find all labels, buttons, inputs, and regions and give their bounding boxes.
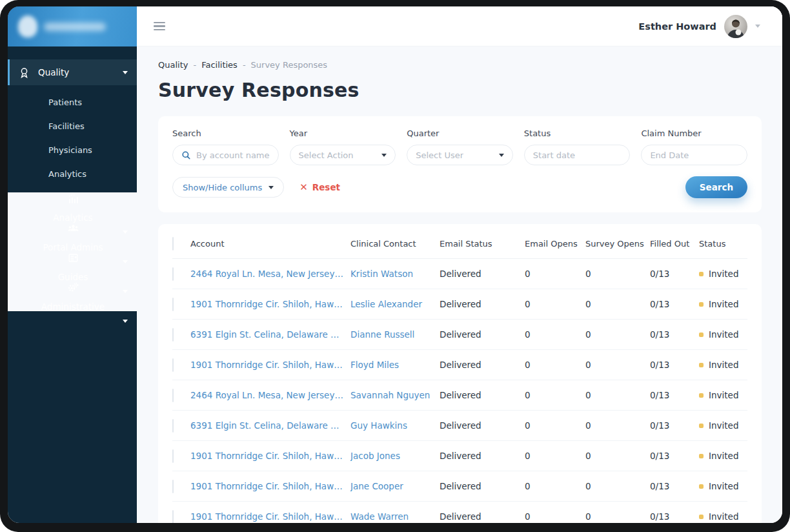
status-invited-dot: [699, 515, 704, 519]
quarter-select[interactable]: Select User: [407, 145, 513, 165]
sidebar-subitem-label: Facilities: [48, 121, 85, 131]
filled-out-cell: 0/13: [650, 451, 699, 461]
row-checkbox[interactable]: [172, 328, 174, 342]
row-checkbox[interactable]: [172, 298, 174, 311]
search-field-label: Search: [172, 128, 279, 138]
sidebar-item-guides[interactable]: Guides: [8, 252, 137, 281]
clinical-contact-link[interactable]: Kristin Watson: [350, 269, 440, 279]
sidebar-item-administrative[interactable]: Administrative: [8, 281, 137, 311]
bar-chart-icon: [67, 192, 79, 205]
account-link[interactable]: 2464 Royal Ln. Mesa, New Jersey 45463: [190, 269, 350, 279]
breadcrumb: Quality - Facilities - Survey Responses: [158, 60, 762, 70]
select-all-checkbox[interactable]: [172, 237, 174, 251]
sidebar-item-label: Analytics: [53, 212, 92, 223]
table-row: 2464 Royal Ln. Mesa, New Jersey 45463 Kr…: [172, 259, 747, 289]
end-date-input-wrap: [641, 145, 747, 165]
row-checkbox[interactable]: [172, 510, 174, 524]
sidebar-item-analytics[interactable]: Analytics: [8, 192, 137, 222]
filled-out-cell: 0/13: [650, 329, 699, 340]
email-opens-cell: 0: [525, 420, 585, 431]
row-checkbox[interactable]: [172, 389, 174, 402]
account-link[interactable]: 1901 Thornridge Cir. Shiloh, Hawaii 8106…: [190, 360, 350, 370]
sidebar-nav: Quality Patients Facilities: [8, 46, 137, 311]
clinical-contact-link[interactable]: Savannah Nguyen: [350, 390, 440, 400]
account-link[interactable]: 6391 Elgin St. Celina, Delaware 10299: [190, 420, 350, 431]
column-header-account: Account: [190, 239, 350, 249]
table-header-row: Account Clinical Contact Email Status Em…: [172, 229, 747, 259]
account-link[interactable]: 1901 Thornridge Cir. Shiloh, Hawaii 8106…: [190, 451, 350, 461]
sidebar-subitem[interactable]: Physicians: [8, 138, 137, 162]
avatar[interactable]: [724, 15, 747, 38]
sidebar-item-portal-admins[interactable]: Portal Admins: [8, 222, 137, 252]
clinical-contact-link[interactable]: Leslie Alexander: [350, 299, 440, 309]
status-cell: Invited: [699, 329, 747, 340]
year-select[interactable]: Select Action: [290, 145, 396, 165]
claim-number-field-label: Claim Number: [641, 128, 747, 138]
quarter-field-label: Quarter: [407, 128, 513, 138]
breadcrumb-item-quality[interactable]: Quality: [158, 60, 188, 70]
sidebar-item-quality[interactable]: Quality: [8, 59, 137, 85]
status-invited-dot: [699, 302, 704, 307]
email-status-cell: Delivered: [440, 299, 525, 309]
chevron-down-icon: [755, 25, 760, 28]
column-header-filled-out: Filled Out: [650, 239, 699, 249]
status-badge: Invited: [709, 329, 738, 340]
account-link[interactable]: 1901 Thornridge Cir. Shiloh, Hawaii 8106…: [190, 481, 350, 491]
user-menu[interactable]: Esther Howard: [638, 15, 760, 38]
show-hide-columns-button[interactable]: Show/Hide collums: [172, 177, 284, 198]
search-input[interactable]: [196, 150, 270, 160]
chevron-down-icon: [123, 320, 128, 323]
status-invited-dot: [699, 393, 704, 398]
row-checkbox[interactable]: [172, 267, 174, 281]
status-invited-dot: [699, 454, 704, 458]
column-header-status: Status: [699, 239, 747, 249]
reset-button[interactable]: ✕ Reset: [299, 182, 340, 192]
table-row: 1901 Thornridge Cir. Shiloh, Hawaii 8106…: [172, 441, 747, 471]
breadcrumb-item-current: Survey Responses: [251, 60, 328, 70]
status-invited-dot: [699, 272, 704, 276]
start-date-input[interactable]: [533, 150, 622, 160]
account-link[interactable]: 1901 Thornridge Cir. Shiloh, Hawaii 8106…: [190, 299, 350, 309]
email-status-cell: Delivered: [440, 451, 525, 461]
chevron-down-icon: [123, 290, 128, 293]
sidebar-item-label: Guides: [58, 272, 88, 282]
clinical-contact-link[interactable]: Wade Warren: [350, 511, 440, 522]
status-cell: Invited: [699, 390, 747, 400]
app-logo[interactable]: [8, 6, 137, 46]
account-link[interactable]: 1901 Thornridge Cir. Shiloh, Hawaii 8106…: [190, 511, 350, 522]
menu-icon[interactable]: [151, 19, 168, 34]
column-header-email-opens: Email Opens: [525, 239, 585, 249]
row-checkbox[interactable]: [172, 358, 174, 372]
row-checkbox[interactable]: [172, 419, 174, 433]
sidebar-subitem[interactable]: Analytics: [8, 162, 137, 186]
table-row: 1901 Thornridge Cir. Shiloh, Hawaii 8106…: [172, 502, 747, 523]
table-row: 1901 Thornridge Cir. Shiloh, Hawaii 8106…: [172, 350, 747, 380]
clinical-contact-link[interactable]: Jacob Jones: [350, 451, 440, 461]
clinical-contact-link[interactable]: Floyd Miles: [350, 360, 440, 370]
clinical-contact-link[interactable]: Jane Cooper: [350, 481, 440, 491]
survey-opens-cell: 0: [585, 511, 650, 522]
end-date-input[interactable]: [650, 150, 738, 160]
table-row: 6391 Elgin St. Celina, Delaware 10299 Di…: [172, 320, 747, 350]
clinical-contact-link[interactable]: Guy Hawkins: [350, 420, 440, 431]
breadcrumb-item-facilities[interactable]: Facilities: [201, 60, 238, 70]
survey-opens-cell: 0: [585, 269, 650, 279]
search-button[interactable]: Search: [685, 176, 747, 198]
chevron-down-icon: [268, 186, 274, 189]
claim-number-field-group: Claim Number: [641, 128, 747, 165]
clinical-contact-link[interactable]: Dianne Russell: [350, 329, 440, 340]
filled-out-cell: 0/13: [650, 360, 699, 370]
year-field-group: Year Select Action: [290, 128, 396, 165]
sidebar-subitem[interactable]: Patients: [8, 90, 137, 114]
email-status-cell: Delivered: [440, 390, 525, 400]
status-badge: Invited: [709, 269, 738, 279]
status-cell: Invited: [699, 511, 747, 522]
row-checkbox[interactable]: [172, 480, 174, 493]
status-field-group: Status: [524, 128, 631, 165]
account-link[interactable]: 2464 Royal Ln. Mesa, New Jersey 45463: [190, 390, 350, 400]
account-link[interactable]: 6391 Elgin St. Celina, Delaware 10299: [190, 329, 350, 340]
row-checkbox[interactable]: [172, 449, 174, 463]
filled-out-cell: 0/13: [650, 481, 699, 491]
survey-opens-cell: 0: [585, 360, 650, 370]
sidebar-subitem[interactable]: Facilities: [8, 114, 137, 138]
